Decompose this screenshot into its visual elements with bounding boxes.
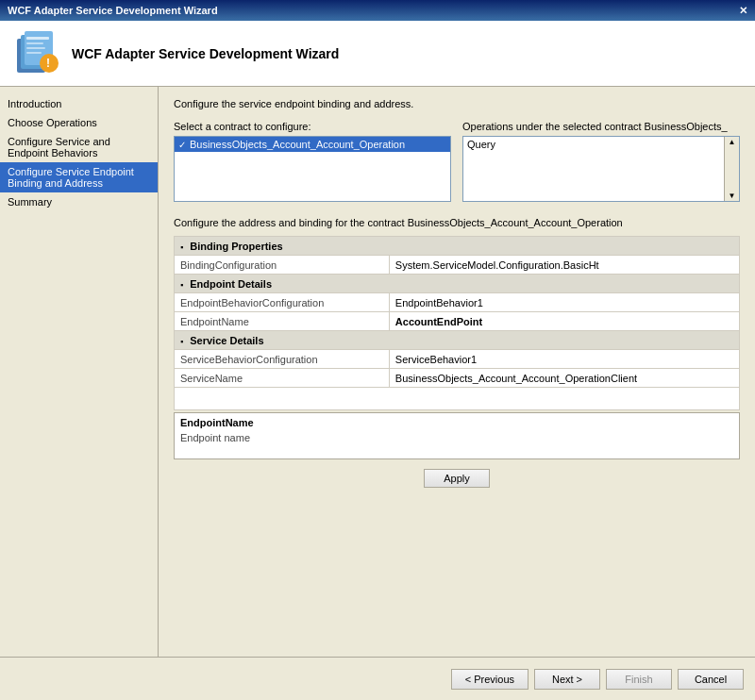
service-behavior-value[interactable]: ServiceBehavior1 — [389, 350, 739, 369]
table-row: EndpointName AccountEndPoint — [175, 312, 740, 331]
sidebar-item-choose-operations[interactable]: Choose Operations — [0, 113, 158, 132]
service-section-label: Service Details — [190, 335, 263, 346]
svg-text:!: ! — [46, 57, 50, 70]
binding-title: Configure the address and binding for th… — [174, 217, 740, 228]
section-description: Configure the service endpoint binding a… — [174, 98, 740, 109]
checkmark-icon: ✓ — [178, 140, 186, 150]
service-behavior-name: ServiceBehaviorConfiguration — [175, 350, 390, 369]
operations-box: Query ▲ ▼ — [462, 136, 740, 202]
endpoint-details-header: ▪ Endpoint Details — [175, 275, 740, 293]
endpoint-name-label: EndpointName — [175, 312, 390, 331]
svg-rect-4 — [26, 42, 43, 44]
sidebar-item-configure-service[interactable]: Configure Service and Endpoint Behaviors — [0, 132, 158, 162]
apply-area: Apply — [174, 469, 740, 488]
finish-button[interactable]: Finish — [606, 669, 672, 690]
table-row: ServiceName BusinessObjects_Account_Acco… — [175, 369, 740, 388]
title-bar-title: WCF Adapter Service Development Wizard — [8, 5, 218, 16]
close-button[interactable]: ✕ — [739, 5, 747, 17]
next-button[interactable]: Next > — [534, 669, 600, 690]
sidebar-item-summary[interactable]: Summary — [0, 192, 158, 211]
collapse-endpoint-icon[interactable]: ▪ — [180, 280, 183, 290]
wizard-icon: ! — [15, 31, 60, 76]
dialog-content: Introduction Choose Operations Configure… — [0, 87, 755, 657]
binding-config-name: BindingConfiguration — [175, 256, 390, 275]
operations-scrollbar[interactable]: ▲ ▼ — [724, 137, 739, 201]
contract-list-item[interactable]: ✓ BusinessObjects_Account_Account_Operat… — [175, 137, 450, 152]
contract-name: BusinessObjects_Account_Account_Operatio… — [190, 139, 405, 150]
binding-config-value[interactable]: System.ServiceModel.Configuration.BasicH… — [389, 256, 739, 275]
contract-list[interactable]: ✓ BusinessObjects_Account_Account_Operat… — [174, 136, 451, 202]
main-panel: Configure the service endpoint binding a… — [159, 87, 755, 657]
description-title: EndpointName — [180, 417, 733, 428]
table-row: BindingConfiguration System.ServiceModel… — [175, 256, 740, 275]
title-bar: WCF Adapter Service Development Wizard ✕ — [0, 0, 755, 21]
description-box: EndpointName Endpoint name — [174, 412, 740, 459]
contract-area: Select a contract to configure: ✓ Busine… — [174, 121, 740, 202]
operations-label: Operations under the selected contract B… — [462, 121, 740, 132]
apply-button[interactable]: Apply — [424, 469, 490, 488]
binding-section-label: Binding Properties — [190, 241, 282, 252]
endpoint-behavior-name: EndpointBehaviorConfiguration — [175, 293, 390, 312]
description-text: Endpoint name — [180, 432, 733, 443]
endpoint-name-value[interactable]: AccountEndPoint — [389, 312, 739, 331]
properties-table: ▪ Binding Properties BindingConfiguratio… — [174, 236, 740, 410]
operation-item: Query — [467, 139, 495, 150]
scroll-down-arrow[interactable]: ▼ — [729, 192, 736, 200]
contract-left: Select a contract to configure: ✓ Busine… — [174, 121, 451, 202]
dialog-header-text: WCF Adapter Service Development Wizard — [72, 46, 339, 61]
sidebar-item-configure-endpoint[interactable]: Configure Service Endpoint Binding and A… — [0, 162, 158, 192]
previous-button[interactable]: < Previous — [451, 669, 528, 690]
scroll-up-arrow[interactable]: ▲ — [729, 138, 736, 146]
svg-rect-3 — [26, 37, 49, 40]
dialog: ! WCF Adapter Service Development Wizard… — [0, 21, 755, 700]
dialog-footer: < Previous Next > Finish Cancel — [0, 657, 755, 700]
dialog-title: WCF Adapter Service Development Wizard — [72, 46, 339, 61]
empty-row — [175, 388, 740, 410]
service-name-label: ServiceName — [175, 369, 390, 388]
service-name-value[interactable]: BusinessObjects_Account_Account_Operatio… — [389, 369, 739, 388]
table-row: ServiceBehaviorConfiguration ServiceBeha… — [175, 350, 740, 369]
contract-label: Select a contract to configure: — [174, 121, 451, 132]
binding-properties-header: ▪ Binding Properties — [175, 237, 740, 256]
dialog-header: ! WCF Adapter Service Development Wizard — [0, 21, 755, 87]
collapse-service-icon[interactable]: ▪ — [180, 337, 183, 346]
cancel-button[interactable]: Cancel — [678, 669, 744, 690]
contract-right: Operations under the selected contract B… — [462, 121, 740, 202]
operations-content: Query — [463, 137, 739, 152]
endpoint-section-label: Endpoint Details — [190, 278, 272, 290]
sidebar: Introduction Choose Operations Configure… — [0, 87, 159, 657]
sidebar-item-introduction[interactable]: Introduction — [0, 94, 158, 113]
collapse-icon[interactable]: ▪ — [180, 242, 183, 252]
service-details-header: ▪ Service Details — [175, 331, 740, 350]
table-row: EndpointBehaviorConfiguration EndpointBe… — [175, 293, 740, 312]
svg-rect-5 — [26, 47, 45, 49]
endpoint-behavior-value[interactable]: EndpointBehavior1 — [389, 293, 739, 312]
svg-rect-6 — [26, 52, 42, 54]
